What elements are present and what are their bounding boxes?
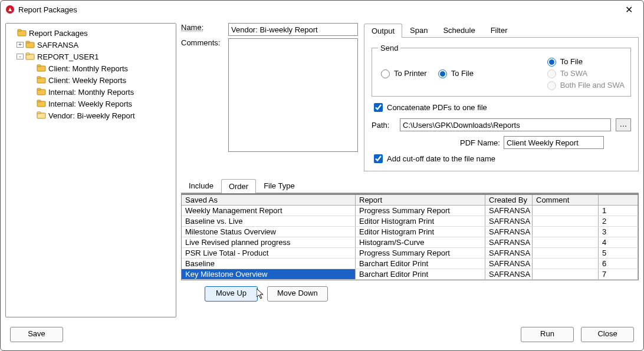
folder-icon (37, 100, 46, 108)
cell-n: 4 (599, 237, 638, 247)
tree-leaf-label: Client: Monthly Reports (48, 64, 128, 73)
tab-span[interactable]: Span (402, 23, 435, 37)
movedown-button[interactable]: Move Down (267, 286, 328, 302)
cell-created: SAFRANSA (485, 216, 533, 226)
folder-icon (37, 76, 46, 84)
cell-saved: Key Milestone Overview (182, 269, 356, 279)
table-row[interactable]: BaselineBarchart Editor PrintSAFRANSA6 (182, 259, 638, 269)
name-field[interactable] (228, 23, 358, 36)
cell-saved: PSR Live Total - Product (182, 248, 356, 258)
cell-report: Progress Summary Report (356, 248, 485, 258)
folder-icon (37, 64, 46, 72)
comments-label: Comments: (181, 38, 228, 152)
cell-report: Progress Summary Report (356, 206, 485, 216)
tab-filetype[interactable]: File Type (256, 178, 303, 193)
close-button[interactable]: Close (581, 327, 634, 342)
tree-leaf[interactable]: Internal: Weekly Reports (8, 98, 173, 110)
lower-tabstrip: Include Order File Type (181, 178, 639, 193)
col-n[interactable] (599, 195, 638, 205)
grid-header: Saved As Report Created By Comment (182, 194, 638, 206)
cell-created: SAFRANSA (485, 206, 533, 216)
browse-button[interactable]: … (616, 118, 631, 131)
table-row[interactable]: PSR Live Total - ProductProgress Summary… (182, 248, 638, 259)
chk-concatenate[interactable]: Concatenate PDFs to one file (372, 101, 487, 114)
tab-output[interactable]: Output (364, 24, 402, 38)
close-icon[interactable]: ✕ (619, 2, 639, 18)
svg-rect-10 (37, 77, 41, 78)
tab-include[interactable]: Include (181, 178, 221, 193)
titlebar: Report Packages ✕ (1, 1, 643, 18)
tab-filter[interactable]: Filter (483, 23, 515, 37)
tree-leaf[interactable]: Client: Weekly Reports (8, 74, 173, 86)
send-legend: Send (378, 44, 400, 52)
packages-icon (17, 29, 27, 37)
col-created[interactable]: Created By (485, 195, 533, 205)
chk-cutoff[interactable]: Add cut-off date to the file name (372, 153, 495, 165)
radio-both[interactable]: Both File and SWA (544, 80, 625, 90)
cell-created: SAFRANSA (485, 259, 533, 269)
cell-saved: Baseline vs. Live (182, 216, 356, 226)
run-button[interactable]: Run (521, 327, 574, 342)
tab-order[interactable]: Order (221, 179, 256, 193)
comments-field[interactable] (228, 38, 358, 152)
cell-created: SAFRANSA (485, 248, 533, 258)
cursor-icon (257, 289, 266, 300)
tree-leaf-label: Vendor: Bi-weekly Report (48, 111, 135, 120)
cell-report: Editor Histogram Print (356, 227, 485, 237)
table-row[interactable]: Weekly Management ReportProgress Summary… (182, 206, 638, 216)
svg-rect-4 (26, 41, 29, 43)
radio-to-file-left[interactable]: To File (435, 68, 474, 78)
cell-comment (533, 269, 599, 279)
tree-leaf[interactable]: Client: Monthly Reports (8, 62, 173, 74)
radio-to-printer[interactable]: To Printer (378, 68, 427, 78)
tree-node[interactable]: - REPORT_USER1 (8, 51, 173, 62)
radio-to-file-right[interactable]: To File (544, 56, 625, 67)
svg-rect-12 (37, 88, 41, 90)
tree-leaf[interactable]: Internal: Monthly Reports (8, 86, 173, 98)
tree-node[interactable]: + SAFRANSA (8, 39, 173, 51)
cell-created: SAFRANSA (485, 269, 533, 279)
cell-report: Histogram/S-Curve (356, 237, 485, 247)
svg-rect-6 (26, 53, 29, 55)
form-panel: Name: Comments: (181, 23, 358, 171)
tab-schedule[interactable]: Schedule (435, 23, 482, 37)
table-row[interactable]: Live Revised planned progressHistogram/S… (182, 237, 638, 248)
table-row[interactable]: Key Milestone OverviewBarchart Editor Pr… (182, 269, 638, 280)
col-comment[interactable]: Comment (533, 195, 599, 205)
cell-n: 1 (599, 206, 638, 216)
cell-comment (533, 227, 599, 237)
tree-root-label: Report Packages (29, 29, 88, 38)
cell-report: Barchart Editor Print (356, 269, 485, 279)
output-tabstrip: Output Span Schedule Filter (364, 23, 639, 38)
radio-to-swa[interactable]: To SWA (544, 68, 625, 78)
svg-rect-14 (37, 100, 41, 102)
name-label: Name: (181, 23, 228, 36)
table-row[interactable]: Baseline vs. LiveEditor Histogram PrintS… (182, 216, 638, 227)
path-field[interactable] (400, 118, 611, 131)
cell-saved: Weekly Management Report (182, 206, 356, 216)
cell-saved: Milestone Status Overview (182, 227, 356, 237)
folder-icon (37, 88, 46, 96)
pdfname-field[interactable] (504, 136, 604, 149)
send-fieldset: Send To Printer To File To File To SWA (372, 44, 631, 97)
tree-leaf-label: Internal: Monthly Reports (48, 88, 134, 97)
table-row[interactable]: Milestone Status OverviewEditor Histogra… (182, 227, 638, 237)
tree-leaf-label: Internal: Weekly Reports (48, 100, 132, 108)
collapse-icon[interactable]: - (17, 54, 24, 59)
col-report[interactable]: Report (356, 195, 485, 205)
cell-n: 5 (599, 248, 638, 258)
tree-leaf[interactable]: Vendor: Bi-weekly Report (8, 110, 173, 121)
tree-root[interactable]: Report Packages (8, 27, 173, 39)
cell-n: 3 (599, 227, 638, 237)
cell-comment (533, 248, 599, 258)
tree-node-label: SAFRANSA (37, 41, 78, 49)
cell-n: 6 (599, 259, 638, 269)
moveup-button[interactable]: Move Up (205, 286, 258, 302)
expand-icon[interactable]: + (17, 42, 24, 48)
save-button[interactable]: Save (10, 327, 63, 342)
order-grid[interactable]: Saved As Report Created By Comment Weekl… (181, 193, 639, 280)
tree-node-label: REPORT_USER1 (37, 52, 99, 61)
tree-leaf-label: Client: Weekly Reports (48, 76, 126, 85)
col-saved[interactable]: Saved As (182, 195, 356, 205)
cell-n: 2 (599, 216, 638, 226)
